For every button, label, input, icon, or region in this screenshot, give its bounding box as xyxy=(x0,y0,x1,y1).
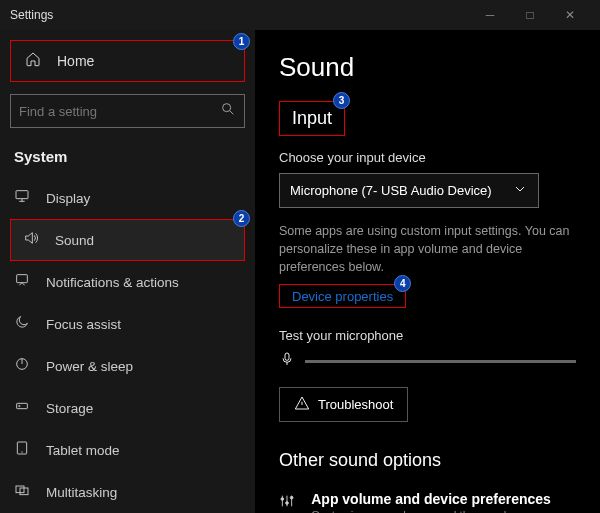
title-bar: Settings ─ □ ✕ xyxy=(0,0,600,30)
sidebar-item-label: Sound xyxy=(55,233,94,248)
svg-point-11 xyxy=(281,498,284,501)
main-content: Sound Input 3 Choose your input device M… xyxy=(255,30,600,513)
mic-level-row xyxy=(279,351,576,371)
chevron-down-icon xyxy=(512,181,528,200)
input-device-select[interactable]: Microphone (7- USB Audio Device) xyxy=(279,173,539,208)
troubleshoot-label: Troubleshoot xyxy=(318,397,393,412)
sidebar-item-notifications[interactable]: Notifications & actions xyxy=(0,261,255,303)
sidebar-item-tablet-mode[interactable]: Tablet mode xyxy=(0,429,255,471)
test-mic-label: Test your microphone xyxy=(279,328,576,343)
moon-icon xyxy=(14,314,32,334)
sidebar: Home 1 System Display Sound 2 Notificati… xyxy=(0,30,255,513)
home-icon xyxy=(25,51,43,71)
choose-input-label: Choose your input device xyxy=(279,150,576,165)
annotation-badge-2: 2 xyxy=(233,210,250,227)
maximize-button[interactable]: □ xyxy=(510,0,550,30)
selected-device: Microphone (7- USB Audio Device) xyxy=(290,183,492,198)
close-button[interactable]: ✕ xyxy=(550,0,590,30)
svg-rect-1 xyxy=(16,191,28,199)
annotation-badge-4: 4 xyxy=(394,275,411,292)
multitasking-icon xyxy=(14,482,32,502)
annotation-badge-1: 1 xyxy=(233,33,250,50)
sidebar-item-display[interactable]: Display xyxy=(0,177,255,219)
sidebar-item-label: Focus assist xyxy=(46,317,121,332)
svg-point-5 xyxy=(19,405,20,406)
sidebar-item-label: Tablet mode xyxy=(46,443,120,458)
svg-point-0 xyxy=(223,104,231,112)
option-sublabel: Customize app volumes and the speakers o… xyxy=(311,509,576,513)
input-heading-box: Input 3 xyxy=(279,101,345,136)
svg-rect-10 xyxy=(285,353,289,360)
nav-home[interactable]: Home 1 xyxy=(10,40,245,82)
sidebar-item-label: Notifications & actions xyxy=(46,275,179,290)
sidebar-section-title: System xyxy=(0,142,255,177)
troubleshoot-button[interactable]: Troubleshoot xyxy=(279,387,408,422)
sidebar-item-multitasking[interactable]: Multitasking xyxy=(0,471,255,513)
nav-home-label: Home xyxy=(57,53,94,69)
sidebar-item-sound[interactable]: Sound 2 xyxy=(10,219,245,261)
option-label: App volume and device preferences xyxy=(311,491,576,507)
svg-point-13 xyxy=(290,497,293,500)
tablet-icon xyxy=(14,440,32,460)
input-description: Some apps are using custom input setting… xyxy=(279,222,576,276)
sidebar-item-label: Storage xyxy=(46,401,93,416)
app-volume-option[interactable]: App volume and device preferences Custom… xyxy=(279,485,576,513)
sidebar-item-storage[interactable]: Storage xyxy=(0,387,255,429)
mic-level-bar xyxy=(305,360,576,363)
sidebar-item-power-sleep[interactable]: Power & sleep xyxy=(0,345,255,387)
page-title: Sound xyxy=(279,52,576,83)
device-properties-link[interactable]: Device properties xyxy=(286,285,399,308)
sidebar-item-label: Multitasking xyxy=(46,485,117,500)
display-icon xyxy=(14,188,32,208)
sidebar-item-label: Power & sleep xyxy=(46,359,133,374)
window-controls: ─ □ ✕ xyxy=(470,0,590,30)
sound-icon xyxy=(23,230,41,250)
other-options-heading: Other sound options xyxy=(279,450,576,471)
input-heading: Input xyxy=(286,104,338,133)
warning-icon xyxy=(294,395,310,414)
annotation-badge-3: 3 xyxy=(333,92,350,109)
microphone-icon xyxy=(279,351,295,371)
window-title: Settings xyxy=(10,8,53,22)
sliders-icon xyxy=(279,493,297,513)
search-input-wrapper[interactable] xyxy=(10,94,245,128)
sidebar-item-focus-assist[interactable]: Focus assist xyxy=(0,303,255,345)
svg-rect-2 xyxy=(17,275,28,283)
device-properties-box: Device properties 4 xyxy=(279,284,406,308)
minimize-button[interactable]: ─ xyxy=(470,0,510,30)
svg-point-12 xyxy=(286,502,289,505)
notifications-icon xyxy=(14,272,32,292)
sidebar-item-label: Display xyxy=(46,191,90,206)
power-icon xyxy=(14,356,32,376)
search-input[interactable] xyxy=(19,104,220,119)
search-icon xyxy=(220,101,236,121)
storage-icon xyxy=(14,398,32,418)
